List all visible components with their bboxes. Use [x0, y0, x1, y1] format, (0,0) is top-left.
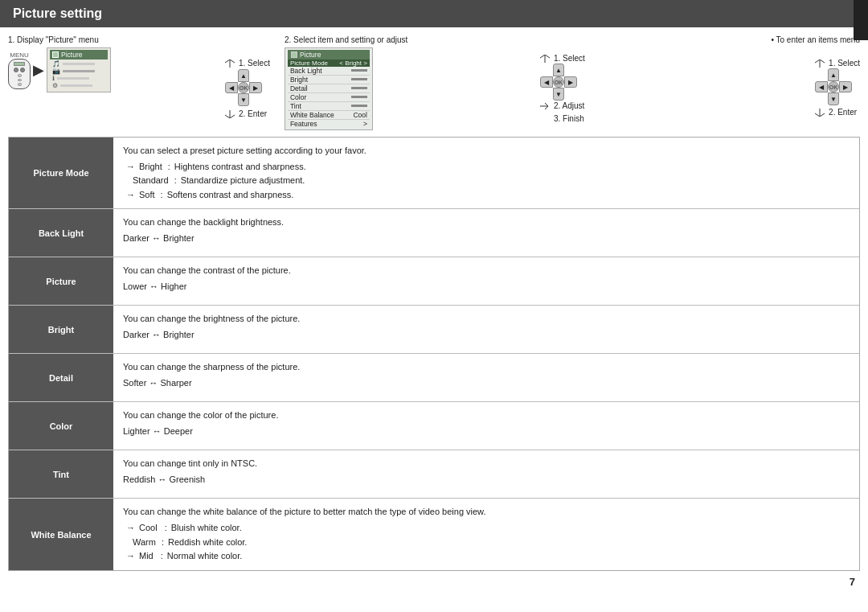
content-bright: You can change the brightness of the pic…: [113, 306, 859, 353]
svg-line-8: [545, 55, 550, 58]
table-row: Detail You can change the sharpness of t…: [9, 354, 859, 402]
svg-line-2: [230, 60, 235, 63]
table-row: Back Light You can change the backlight …: [9, 209, 859, 257]
step-right-enter-label: 2. Enter: [829, 108, 857, 117]
instruction-col2: 2. Select item and setting or adjust: [285, 35, 534, 44]
svg-line-5: [230, 115, 235, 118]
content-picture: You can change the contrast of the pictu…: [113, 257, 859, 305]
instruction-col3: • To enter an items menu: [771, 35, 860, 44]
dpad-arrow-down-indicator2: [815, 109, 825, 117]
instruction-col1: 1. Display "Picture" menu: [8, 35, 217, 44]
menu-screen-title: Picture: [50, 50, 108, 60]
arrow-icon: ▶: [33, 61, 44, 79]
dpad-middle: ▲ ▼ ◀ ▶ OK: [540, 64, 577, 101]
label-detail: Detail: [9, 354, 113, 401]
table-row: Color You can change the color of the pi…: [9, 402, 859, 450]
svg-line-10: [545, 103, 548, 106]
content-back-light: You can change the backlight brightness.…: [113, 209, 859, 257]
content-tint: You can change tint only in NTSC. Reddis…: [113, 450, 859, 498]
dpad-arrow-up-indicator2: [540, 55, 550, 63]
content-picture-mode: You can select a preset picture setting …: [113, 138, 859, 208]
dpad-arrow-up-indicator3: [815, 60, 825, 68]
dpad-arrow-down-indicator: [225, 110, 235, 118]
picture-menu-detail: Picture Picture Mode< Bright > Back Ligh…: [285, 47, 373, 130]
menu-label: MENU: [10, 51, 29, 59]
label-bright: Bright: [9, 306, 113, 353]
enter-label: 2. Enter: [239, 109, 267, 118]
select-label: 1. Select: [239, 59, 270, 68]
dpad-left: ▲ ▼ ◀ ▶ OK: [225, 69, 262, 106]
table-row: Picture Mode You can select a preset pic…: [9, 138, 859, 209]
dpad-arrow-up-indicator: [225, 60, 235, 68]
label-back-light: Back Light: [9, 209, 113, 257]
label-picture-mode: Picture Mode: [9, 138, 113, 208]
table-row: Picture You can change the contrast of t…: [9, 257, 859, 306]
svg-line-14: [820, 60, 825, 63]
feature-table: Picture Mode You can select a preset pic…: [8, 137, 860, 571]
table-row: Tint You can change tint only in NTSC. R…: [9, 450, 859, 499]
label-color: Color: [9, 402, 113, 450]
svg-line-16: [815, 113, 820, 117]
svg-line-17: [820, 113, 825, 117]
content-color: You can change the color of the picture.…: [113, 402, 859, 450]
page-number: 7: [0, 571, 868, 593]
table-row: Bright You can change the brightness of …: [9, 306, 859, 354]
step-select-label: 1. Select: [554, 54, 585, 63]
menu-screen-body: 🎵 📷 ℹ ⚙: [50, 60, 108, 90]
svg-line-4: [225, 115, 230, 118]
svg-line-1: [225, 60, 230, 63]
svg-line-13: [815, 60, 820, 63]
remote-icon: MENU ▶: [8, 47, 111, 92]
content-white-balance: You can change the white balance of the …: [113, 499, 859, 569]
step-adjust-label: 2. Adjust: [554, 101, 584, 110]
page-title: Picture setting: [0, 0, 868, 27]
content-detail: You can change the sharpness of the pict…: [113, 354, 859, 401]
svg-line-11: [545, 106, 548, 109]
table-row: White Balance You can change the white b…: [9, 499, 859, 569]
dpad-arrow-right-indicator: [540, 102, 550, 110]
step-right-select-label: 1. Select: [829, 59, 860, 68]
svg-line-7: [540, 55, 545, 58]
corner-bar: [854, 0, 868, 40]
step-finish-label: 3. Finish: [554, 114, 584, 123]
label-tint: Tint: [9, 450, 113, 498]
label-picture: Picture: [9, 257, 113, 305]
label-white-balance: White Balance: [9, 499, 113, 569]
dpad-right: ▲ ▼ ◀ ▶ OK: [815, 68, 852, 105]
